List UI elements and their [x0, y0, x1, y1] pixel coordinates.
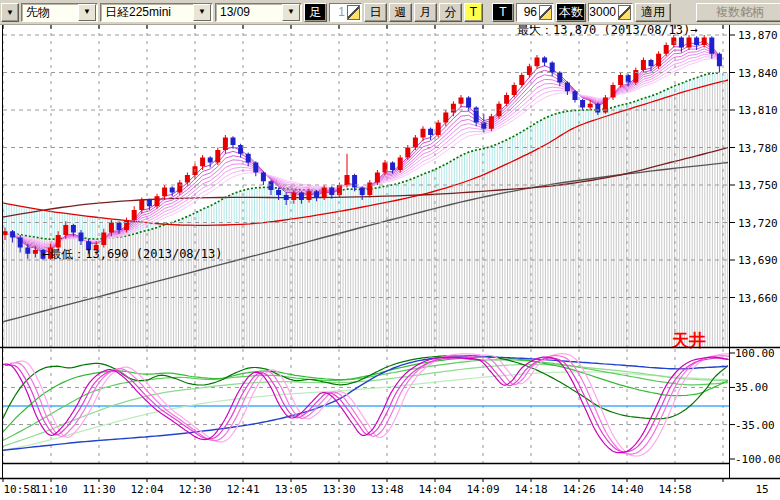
price-axis-label: 13,660 — [738, 292, 778, 305]
bar-type-label: 足 — [304, 3, 327, 22]
time-axis-label: 14:18 — [514, 483, 547, 496]
price-axis-label: 13,690 — [738, 254, 778, 267]
time-axis-label: 12:04 — [130, 483, 163, 496]
time-axis-label: 11:10 — [34, 483, 67, 496]
spinner-icon[interactable] — [539, 5, 552, 20]
time-axis-label: 12:41 — [226, 483, 259, 496]
time-axis-label: 15 — [755, 483, 768, 496]
bar-count-value: 3000 — [589, 5, 618, 19]
symbol-select[interactable]: 日経225mini ▼ — [100, 3, 213, 22]
bar-count-input[interactable]: 3000 — [588, 3, 633, 22]
price-axis-label: 13,780 — [738, 142, 778, 155]
tick-count-input[interactable]: 96 — [516, 3, 554, 22]
instrument-type-value: 先物 — [26, 4, 50, 21]
multi-symbol-button[interactable]: 複数銘柄 — [696, 3, 780, 22]
symbol-value: 日経225mini — [105, 4, 171, 21]
time-axis-label: 14:04 — [418, 483, 451, 496]
main-plot — [0, 35, 728, 347]
period-minute-button[interactable]: 分 — [439, 3, 462, 22]
time-axis-label: 10:58 — [3, 483, 36, 496]
chevron-down-icon: ▼ — [6, 8, 14, 17]
interval-value: 1 — [330, 5, 347, 19]
spinner-icon[interactable] — [618, 5, 631, 20]
time-axis-label: 14:09 — [466, 483, 499, 496]
time-axis-label: 14:26 — [562, 483, 595, 496]
chart-application-window: 最大：13,870 (2013/08/13)→←最低：13,690 (2013/… — [0, 0, 780, 500]
period-month-button[interactable]: 月 — [414, 3, 437, 22]
time-axis-label: 13:05 — [274, 483, 307, 496]
osc-axis-label: -100.00 — [735, 453, 780, 466]
interval-input[interactable]: 1 — [329, 3, 362, 22]
price-axis-label: 13,750 — [738, 179, 778, 192]
tick-count-value: 96 — [517, 5, 539, 19]
time-axis-label: 14:40 — [610, 483, 643, 496]
toolbar: ▼ 先物 ▼ 日経225mini ▼ 13/09 ▼ 足 1 日 週 月 分 T… — [0, 0, 780, 25]
price-axis-label: 13,810 — [738, 104, 778, 117]
spinner-icon[interactable] — [347, 5, 360, 20]
period-tick-button[interactable]: T — [464, 3, 483, 22]
period-week-button[interactable]: 週 — [389, 3, 412, 22]
chevron-down-icon[interactable]: ▼ — [193, 4, 211, 21]
contract-month-value: 13/09 — [220, 5, 250, 19]
time-axis-label: 12:30 — [178, 483, 211, 496]
chart-canvas[interactable]: 最大：13,870 (2013/08/13)→←最低：13,690 (2013/… — [0, 0, 780, 500]
time-axis-label: 11:30 — [82, 483, 115, 496]
chevron-down-icon[interactable]: ▼ — [282, 4, 300, 21]
time-axis-label: 14:58 — [658, 483, 691, 496]
osc-axis-label: -35.00 — [735, 419, 775, 432]
oscillator-plot — [0, 354, 744, 456]
osc-axis-label: 100.00 — [735, 347, 775, 360]
time-axis-label: 13:30 — [322, 483, 355, 496]
apply-button[interactable]: 適用 — [635, 3, 671, 22]
time-axis-label: 13:48 — [370, 483, 403, 496]
instrument-type-select[interactable]: 先物 ▼ — [21, 3, 98, 22]
max-annotation: 最大：13,870 (2013/08/13)→ — [517, 23, 698, 37]
min-annotation: ←最低：13,690 (2013/08/13) — [42, 247, 223, 261]
osc-axis-label: 35.00 — [735, 381, 768, 394]
chevron-down-icon[interactable]: ▼ — [78, 4, 96, 21]
price-axis-label: 13,720 — [738, 217, 778, 230]
price-axis-label: 13,840 — [738, 67, 778, 80]
bar-count-label: 本数 — [556, 3, 586, 22]
period-day-button[interactable]: 日 — [364, 3, 387, 22]
tick-count-label: T — [492, 3, 514, 22]
chart-menu-dropdown-button[interactable]: ▼ — [1, 3, 19, 22]
price-axis-label: 13,870 — [738, 29, 778, 42]
contract-month-select[interactable]: 13/09 ▼ — [215, 3, 302, 22]
